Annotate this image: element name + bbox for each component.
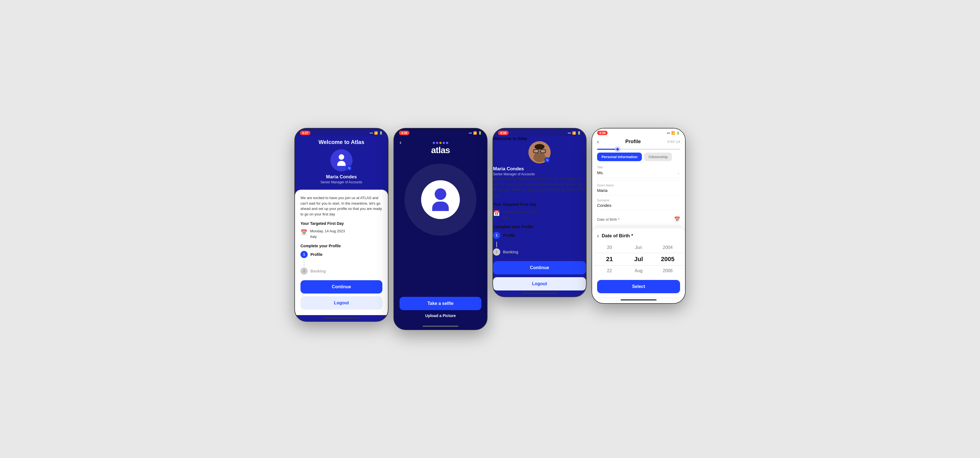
wifi-icon: 📶 bbox=[671, 131, 675, 135]
screen4-back-button[interactable]: ‹ bbox=[597, 139, 599, 145]
screen1: 4:37 ▪▪▪ 📶 🔋 Welcome to Atlas ✎ Maria Co… bbox=[294, 128, 388, 322]
dot3 bbox=[439, 142, 442, 144]
tab-personal-information[interactable]: Personal Information bbox=[597, 153, 642, 161]
screen4-title: Profile bbox=[625, 139, 641, 145]
calendar-icon: 📅 bbox=[674, 216, 680, 222]
screen3-profile-label: Complete your Profile bbox=[493, 225, 586, 229]
month-column[interactable]: Jun Jul Aug bbox=[624, 242, 653, 276]
user-avatar-container: ✎ bbox=[528, 141, 550, 163]
screen3-first-day-label: Your Targeted First Day bbox=[493, 202, 586, 207]
screen3-status-icons: ▪▪▪ 📶 🔋 bbox=[568, 131, 581, 135]
screen3-step2-label: Banking bbox=[503, 250, 518, 254]
dot1 bbox=[433, 142, 435, 144]
surname-field: Surname Condes bbox=[597, 198, 680, 210]
screen4: 4:39 ▪▪▪ 📶 🔋 ‹ Profile STEP 1/4 Personal… bbox=[592, 128, 686, 304]
first-day-info: Monday, 14 Aug 2023 Italy bbox=[310, 228, 345, 239]
wifi-icon: 📶 bbox=[374, 131, 378, 135]
home-indicator bbox=[323, 318, 360, 318]
step2-label: Banking bbox=[310, 269, 326, 273]
step-connector bbox=[304, 261, 304, 267]
month-before: Jun bbox=[624, 242, 653, 253]
signal-icon: ▪▪▪ bbox=[469, 131, 472, 134]
screen2-time: 4:38 bbox=[399, 131, 409, 135]
upload-label: Upload a Picture bbox=[399, 313, 481, 318]
atlas-dots bbox=[431, 142, 450, 144]
screen3-continue-button[interactable]: Continue bbox=[493, 261, 586, 274]
screen3-logout-button[interactable]: Logout bbox=[493, 277, 586, 290]
tab-citizenship[interactable]: Citizenship bbox=[644, 153, 672, 161]
screen3-first-day-location: Italy bbox=[503, 215, 538, 220]
photo-edit-badge: ✎ bbox=[544, 157, 550, 163]
screen2-back-button[interactable]: ‹ bbox=[399, 139, 401, 146]
select-button[interactable]: Select bbox=[597, 280, 680, 293]
dob-field-row[interactable]: Date of Birth * 📅 bbox=[592, 214, 685, 225]
battery-icon: 🔋 bbox=[478, 131, 482, 135]
screen3-step1-row: 1 Profile bbox=[493, 232, 586, 239]
day-column[interactable]: 20 21 22 bbox=[595, 242, 624, 276]
screen1-content: We are excited to have you join us at AT… bbox=[295, 190, 388, 315]
screen4-status-bar: 4:39 ▪▪▪ 📶 🔋 bbox=[592, 128, 685, 136]
logout-button[interactable]: Logout bbox=[301, 296, 382, 310]
title-field: Title Ms. ⌄ bbox=[597, 166, 680, 180]
surname-label: Surname bbox=[597, 198, 680, 202]
screen3-content: We are excited to have you join us at AT… bbox=[493, 176, 586, 290]
month-after: Aug bbox=[624, 266, 653, 276]
screen3-step2-row: 2 Banking bbox=[493, 248, 586, 255]
screen3-step2-badge: 2 bbox=[493, 248, 500, 255]
home-indicator bbox=[522, 293, 557, 294]
continue-button[interactable]: Continue bbox=[301, 280, 382, 294]
signal-icon: ▪▪▪ bbox=[370, 131, 373, 134]
day-after: 22 bbox=[595, 266, 624, 276]
screen3-first-day-date: Monday, 14 Aug 2023 bbox=[503, 209, 538, 215]
screen2: 4:38 ▪▪▪ 📶 🔋 ‹ atlas bbox=[393, 128, 487, 330]
date-picker-overlay: ‹ Date of Birth * 20 21 22 Jun Jul Aug bbox=[592, 228, 685, 297]
first-day-label: Your Targeted First Day bbox=[301, 221, 382, 226]
progress-thumb bbox=[615, 147, 620, 152]
screen2-bottom: Take a selfie Upload a Picture bbox=[394, 297, 487, 324]
screen2-status-icons: ▪▪▪ 📶 🔋 bbox=[469, 131, 482, 135]
screen4-status-icons: ▪▪▪ 📶 🔋 bbox=[667, 131, 680, 135]
chevron-down-icon: ⌄ bbox=[676, 170, 680, 175]
date-picker-header: ‹ Date of Birth * bbox=[592, 233, 685, 242]
wifi-icon: 📶 bbox=[473, 131, 477, 135]
year-column[interactable]: 2004 2005 2006 bbox=[653, 242, 682, 276]
avatar-head bbox=[339, 154, 344, 160]
year-after: 2006 bbox=[653, 266, 682, 276]
year-before: 2004 bbox=[653, 242, 682, 253]
profile-label: Complete your Profile bbox=[301, 244, 382, 248]
first-day-row: 📅 Monday, 14 Aug 2023 Italy bbox=[301, 228, 382, 239]
battery-icon: 🔋 bbox=[676, 131, 680, 135]
date-picker-back-button[interactable]: ‹ bbox=[597, 233, 599, 239]
screen2-body: ‹ atlas bbox=[394, 136, 487, 297]
screen3-title: Welcome to Atlas bbox=[493, 136, 586, 141]
battery-icon: 🔋 bbox=[577, 131, 581, 135]
screen3-step1-label: Profile bbox=[503, 233, 515, 238]
signal-icon: ▪▪▪ bbox=[667, 131, 670, 134]
dot4 bbox=[443, 142, 445, 144]
given-name-label: Given Name bbox=[597, 184, 680, 187]
date-picker-title: Date of Birth * bbox=[602, 233, 633, 239]
title-field-row[interactable]: Ms. ⌄ bbox=[597, 170, 680, 178]
screen3-welcome-text: We are excited to have you join us at AT… bbox=[493, 176, 586, 198]
screen3-first-day-info: Monday, 14 Aug 2023 Italy bbox=[503, 209, 538, 220]
screen1-title: Welcome to Atlas bbox=[301, 139, 382, 145]
dob-label: Date of Birth * bbox=[597, 217, 619, 222]
home-indicator bbox=[423, 326, 458, 327]
title-field-label: Title bbox=[597, 166, 680, 169]
atlas-logo: atlas bbox=[431, 142, 450, 155]
step-indicator: STEP 1/4 bbox=[667, 140, 680, 144]
screen1-time: 4:37 bbox=[300, 131, 310, 135]
given-name-field: Given Name Maria bbox=[597, 184, 680, 195]
screen3-step1-badge: 1 bbox=[493, 232, 500, 239]
first-day-location: Italy bbox=[310, 234, 345, 239]
screens-container: 4:37 ▪▪▪ 📶 🔋 Welcome to Atlas ✎ Maria Co… bbox=[294, 128, 686, 330]
dot5 bbox=[446, 142, 448, 144]
step1-label: Profile bbox=[310, 252, 323, 257]
screen3: 4:38 ▪▪▪ 📶 🔋 Welcome to Atlas bbox=[493, 128, 587, 297]
screen2-status-bar: 4:38 ▪▪▪ 📶 🔋 bbox=[394, 128, 487, 136]
step1-row: 1 Profile bbox=[301, 251, 382, 258]
screen3-user-name: Maria Condes bbox=[493, 166, 586, 172]
take-selfie-button[interactable]: Take a selfie bbox=[399, 297, 481, 310]
screen4-header: ‹ Profile STEP 1/4 bbox=[592, 136, 685, 148]
screen1-header: Welcome to Atlas ✎ Maria Condes Senior M… bbox=[295, 136, 388, 190]
